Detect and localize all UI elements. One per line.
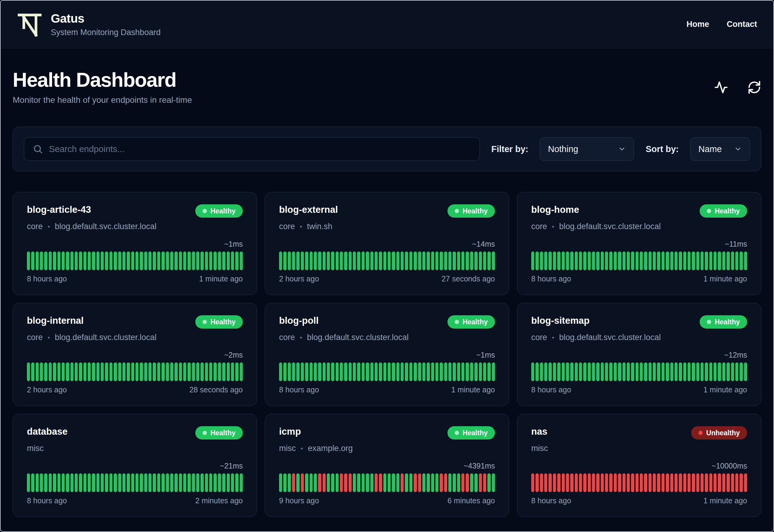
uptime-bar xyxy=(557,251,560,270)
search-input[interactable] xyxy=(49,144,471,154)
uptime-bar xyxy=(205,251,208,270)
uptime-bar xyxy=(83,362,86,381)
uptime-bar xyxy=(192,473,195,492)
endpoint-name: blog-article-43 xyxy=(27,204,91,215)
nav-link-contact[interactable]: Contact xyxy=(727,20,757,29)
uptime-bar xyxy=(479,251,482,270)
uptime-bar xyxy=(213,362,216,381)
uptime-bar xyxy=(36,251,39,270)
uptime-bar xyxy=(683,362,686,381)
status-label: Healthy xyxy=(210,429,236,437)
uptime-bar xyxy=(631,362,634,381)
gatus-logo-icon xyxy=(17,11,42,38)
uptime-bar xyxy=(605,473,608,492)
uptime-bar xyxy=(296,251,299,270)
uptime-bar xyxy=(92,251,95,270)
status-badge: Healthy xyxy=(700,204,747,218)
uptime-bar xyxy=(696,362,699,381)
endpoint-meta: misc • xyxy=(531,444,747,453)
uptime-bar xyxy=(101,473,104,492)
latency-label: ~10000ms xyxy=(531,462,747,470)
uptime-bar xyxy=(213,251,216,270)
uptime-bar xyxy=(88,473,91,492)
uptime-bar xyxy=(649,251,652,270)
time-range: 8 hours ago 1 minute ago xyxy=(531,385,747,394)
uptime-bar xyxy=(722,362,725,381)
nav-link-home[interactable]: Home xyxy=(686,20,709,29)
endpoint-card[interactable]: database Healthy misc • ~21ms 8 hours ag… xyxy=(13,414,257,517)
uptime-bar xyxy=(662,362,665,381)
uptime-bar xyxy=(227,251,230,270)
uptime-bar xyxy=(531,473,534,492)
activity-icon[interactable] xyxy=(714,80,728,94)
uptime-bar xyxy=(596,473,599,492)
status-dot-icon xyxy=(455,320,459,324)
uptime-bar xyxy=(366,251,369,270)
uptime-bar xyxy=(731,362,734,381)
endpoint-card[interactable]: nas Unhealthy misc • ~10000ms 8 hours ag… xyxy=(517,414,761,517)
uptime-bar xyxy=(709,362,712,381)
uptime-bar xyxy=(200,251,203,270)
uptime-bar xyxy=(562,473,565,492)
latency-label: ~14ms xyxy=(279,240,495,248)
uptime-bar xyxy=(601,251,604,270)
status-label: Healthy xyxy=(210,207,236,215)
main-content: Health Dashboard Monitor the health of y… xyxy=(1,70,773,526)
uptime-bar xyxy=(609,362,612,381)
uptime-bar xyxy=(183,473,186,492)
uptime-bar xyxy=(592,362,595,381)
uptime-bar xyxy=(196,473,199,492)
endpoint-card[interactable]: blog-internal Healthy core • blog.defaul… xyxy=(13,303,257,406)
uptime-bar xyxy=(649,362,652,381)
uptime-bar xyxy=(679,473,682,492)
endpoint-card[interactable]: blog-external Healthy core • twin.sh ~14… xyxy=(265,192,509,295)
filter-label: Filter by: xyxy=(491,144,528,154)
uptime-bar xyxy=(353,362,356,381)
range-end: 6 minutes ago xyxy=(447,496,495,505)
endpoint-card[interactable]: blog-poll Healthy core • blog.default.sv… xyxy=(265,303,509,406)
sort-select[interactable]: Name xyxy=(690,137,750,161)
uptime-bar xyxy=(283,473,286,492)
uptime-bar xyxy=(448,362,451,381)
uptime-bar xyxy=(340,473,343,492)
uptime-bar xyxy=(731,473,734,492)
uptime-bar xyxy=(66,473,69,492)
uptime-bar xyxy=(605,362,608,381)
uptime-bar xyxy=(331,251,334,270)
uptime-bar xyxy=(701,362,704,381)
uptime-bar xyxy=(675,362,678,381)
uptime-bar xyxy=(114,362,117,381)
endpoint-card[interactable]: blog-home Healthy core • blog.default.sv… xyxy=(517,192,761,295)
uptime-bar xyxy=(379,251,382,270)
card-header: blog-external Healthy xyxy=(279,204,495,218)
uptime-bar xyxy=(336,251,339,270)
card-header: blog-poll Healthy xyxy=(279,315,495,329)
uptime-bar xyxy=(296,362,299,381)
filter-select[interactable]: Nothing xyxy=(540,137,634,161)
uptime-bar xyxy=(66,251,69,270)
uptime-bar xyxy=(614,251,617,270)
endpoint-name: database xyxy=(27,426,67,437)
uptime-bar xyxy=(718,473,721,492)
refresh-icon[interactable] xyxy=(747,80,761,94)
uptime-bar xyxy=(435,251,438,270)
uptime-bar xyxy=(540,362,543,381)
uptime-bar xyxy=(435,473,438,492)
uptime-bar xyxy=(109,473,112,492)
uptime-bars xyxy=(279,251,495,270)
endpoint-card[interactable]: icmp Healthy misc • example.org ~4391ms … xyxy=(265,414,509,517)
time-range: 8 hours ago 1 minute ago xyxy=(279,385,495,394)
time-range: 2 hours ago 28 seconds ago xyxy=(27,385,243,394)
endpoint-name: nas xyxy=(531,426,547,437)
uptime-bar xyxy=(562,251,565,270)
uptime-bar xyxy=(79,473,82,492)
status-badge: Healthy xyxy=(447,426,495,440)
uptime-bar xyxy=(588,362,591,381)
status-label: Healthy xyxy=(715,318,740,326)
uptime-bar xyxy=(409,251,412,270)
endpoint-card[interactable]: blog-article-43 Healthy core • blog.defa… xyxy=(13,192,257,295)
endpoint-card[interactable]: blog-sitemap Healthy core • blog.default… xyxy=(517,303,761,406)
uptime-bar xyxy=(353,473,356,492)
uptime-bar xyxy=(388,473,391,492)
uptime-bar xyxy=(744,251,747,270)
